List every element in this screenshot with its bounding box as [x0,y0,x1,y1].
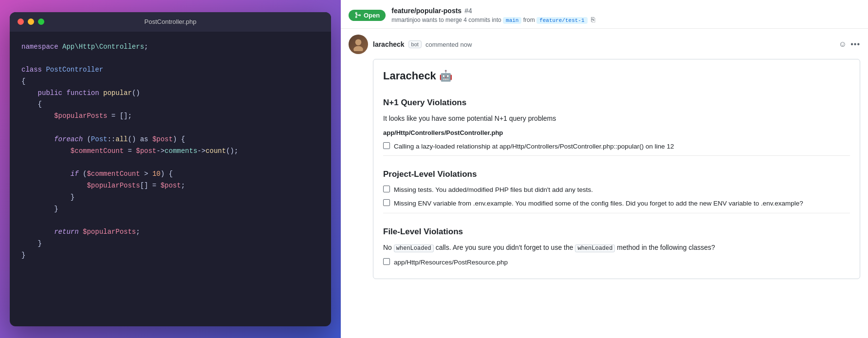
code-line-5: public function popular() [21,88,319,99]
svg-point-1 [353,46,363,52]
editor-content: namespace App\Http\Controllers; class Po… [10,32,331,271]
git-merge-icon [354,12,361,19]
file-desc-post: method in the following classes? [617,244,715,251]
pr-subtitle: mmartinjoo wants to merge 4 commits into… [391,16,860,23]
code-line-15: } [21,204,319,215]
code-line-14: } [21,192,319,204]
editor-titlebar: PostController.php [10,12,331,32]
project-violation-text-2: Missing ENV variable from .env.example. … [394,198,803,209]
project-violation-1: Missing tests. You added/modified PHP fi… [383,185,850,195]
file-description: No whenLoaded calls. Are you sure you di… [383,242,850,253]
comment-meta: laracheck bot commented now [373,40,834,48]
file-checkbox-1[interactable] [383,258,390,265]
editor-filename: PostController.php [145,18,197,25]
comment-time: commented now [425,41,472,48]
project-checkbox-2[interactable] [383,199,390,206]
code-line-12: if ($commentCount > 10) { [21,169,319,180]
divider-2 [383,213,850,213]
divider-1 [383,155,850,156]
comment-title: Laracheck 🤖 [383,67,850,84]
pr-title-info: feature/popular-posts #4 mmartinjoo want… [391,7,860,23]
editor-window: PostController.php namespace App\Http\Co… [10,12,331,326]
pr-title: feature/popular-posts [391,7,462,15]
code-line-17: return $popularPosts; [21,226,319,238]
project-heading: Project-Level Violations [383,164,850,181]
code-line-blank1 [21,53,319,64]
file-violation-text-1: app/Http/Resources/PostResource.php [394,257,508,268]
code-line-19: } [21,250,319,262]
project-violation-text-1: Missing tests. You added/modified PHP fi… [394,185,593,195]
editor-panel: PostController.php namespace App\Http\Co… [0,0,341,338]
pr-author: mmartinjoo [391,17,420,23]
project-violation-2: Missing ENV variable from .env.example. … [383,198,850,209]
target-branch: main [503,17,521,24]
code-line-13: $popularPosts[] = $post; [21,180,319,192]
maximize-button[interactable] [38,19,44,25]
n1-description: It looks like you have some potential N+… [383,113,850,124]
close-button[interactable] [18,19,24,25]
pr-status-badge: Open [349,10,386,21]
code-line-blank3 [21,157,319,169]
file-desc-code2: whenLoaded [575,244,615,252]
comment-body: Laracheck 🤖 N+1 Query Violations It look… [373,59,860,279]
code-line-10: $commentCount = $post->comments->count()… [21,146,319,157]
n1-heading: N+1 Query Violations [383,92,850,109]
source-branch: feature/test-1 [536,17,587,24]
code-line-1: namespace App\Http\Controllers; [21,41,319,53]
more-options-icon[interactable]: ••• [850,40,860,49]
code-line-4: { [21,76,319,88]
pr-panel: Open feature/popular-posts #4 mmartinjoo… [341,0,868,338]
code-line-3: class PostController [21,64,319,76]
file-desc-mid: calls. Are you sure you didn't forget to… [436,244,573,251]
n1-violation-1: Calling a lazy-loaded relationship at ap… [383,141,850,152]
n1-violation-text-1: Calling a lazy-loaded relationship at ap… [394,141,674,152]
code-line-6: { [21,99,319,111]
avatar-image [351,38,365,51]
n1-checkbox-1[interactable] [383,142,390,149]
file-desc-code1: whenLoaded [394,244,434,252]
code-line-blank4 [21,215,319,226]
file-desc-pre: No [383,244,392,251]
pr-number: #4 [464,7,472,15]
minimize-button[interactable] [28,19,34,25]
comment-header: laracheck bot commented now ☺ ••• [349,35,860,54]
pr-title-line: feature/popular-posts #4 [391,7,860,15]
code-line-18: } [21,238,319,250]
project-checkbox-1[interactable] [383,186,390,192]
code-line-7: $popularPosts = []; [21,111,319,122]
avatar [349,35,368,54]
bot-badge: bot [408,40,422,48]
pr-commits: 4 commits [463,17,490,23]
pr-header: Open feature/popular-posts #4 mmartinjoo… [341,0,868,29]
copy-branch-icon[interactable]: ⎘ [591,16,595,23]
code-line-9: foreach (Post::all() as $post) { [21,134,319,146]
file-heading: File-Level Violations [383,221,850,238]
file-violation-1: app/Http/Resources/PostResource.php [383,257,850,268]
comment-section: laracheck bot commented now ☺ ••• Larach… [341,29,868,285]
code-line-blank2 [21,122,319,134]
n1-file-path: app/Http/Controllers/PostController.php [383,128,850,138]
svg-point-0 [355,39,362,46]
emoji-reaction-icon[interactable]: ☺ [839,40,847,49]
traffic-lights [18,19,44,25]
comment-actions: ☺ ••• [839,40,860,49]
commenter-name: laracheck [373,40,405,48]
